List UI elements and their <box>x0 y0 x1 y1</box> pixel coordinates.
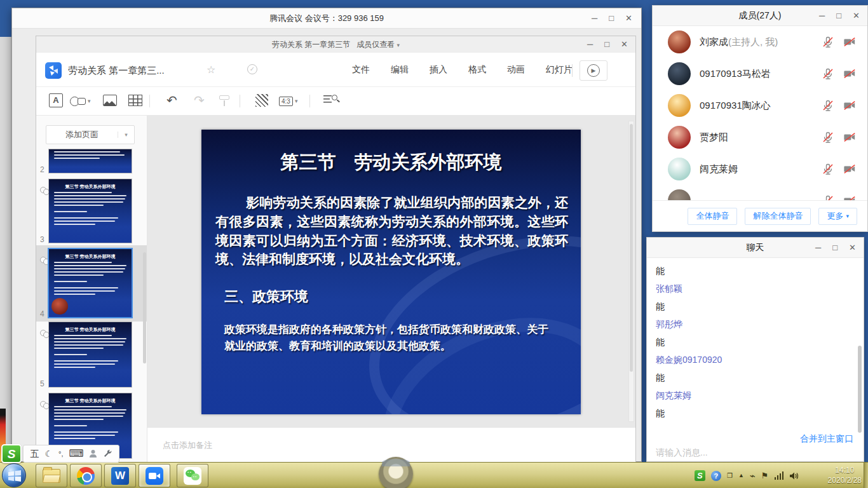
avatar <box>668 30 691 53</box>
insert-shape-button[interactable]: ▾ <box>70 93 91 109</box>
chat-input[interactable]: 请输入消息... <box>647 446 864 461</box>
camera-off-icon[interactable] <box>843 99 856 112</box>
slide-thumbnail[interactable] <box>49 149 132 173</box>
menu-item[interactable]: 动画 <box>507 64 525 76</box>
restore-window-tray-icon[interactable]: ❐ <box>727 473 733 479</box>
sogou-person-icon[interactable] <box>89 449 97 458</box>
chat-scrollbar[interactable] <box>858 346 862 433</box>
insert-table-button[interactable] <box>128 93 142 109</box>
taskbar-app-word[interactable]: W <box>104 464 136 487</box>
member-row[interactable]: 09170913马松岩 <box>653 58 867 90</box>
slide-thumbnail[interactable]: 第三节 劳动关系外部环境 <box>49 322 132 387</box>
member-panel-title: 成员(27人) <box>739 10 782 22</box>
close-icon[interactable]: ✕ <box>625 14 632 22</box>
mic-muted-icon[interactable] <box>822 67 834 80</box>
insert-image-button[interactable] <box>103 93 117 109</box>
menu-item[interactable]: 插入 <box>430 64 447 76</box>
menu-item[interactable]: 幻灯片 <box>546 64 573 76</box>
menu-item[interactable]: 格式 <box>468 64 486 76</box>
background-fill-button[interactable] <box>255 93 268 109</box>
slide-thumbnail[interactable]: 第三节 劳动关系外部环境 <box>49 249 132 317</box>
member-row[interactable]: 09170931陶冰心 <box>653 90 867 121</box>
undo-button[interactable]: ↶ <box>166 93 177 109</box>
member-row[interactable]: 贾梦阳 <box>653 121 867 153</box>
meeting-floating-ball[interactable] <box>379 457 413 488</box>
close-icon[interactable]: ✕ <box>849 243 856 252</box>
mic-muted-icon[interactable] <box>822 99 834 112</box>
sogou-halfshape-moon-icon[interactable]: ☾ <box>44 449 53 458</box>
star-favorite-icon[interactable]: ☆ <box>207 64 215 76</box>
camera-off-icon[interactable] <box>843 131 856 144</box>
mic-muted-icon[interactable] <box>822 36 834 48</box>
thumbnail-slide-title: 第三节 劳动关系外部环境 <box>49 327 132 333</box>
slide-thumbnail-panel: 添加页面 ▾ 2 第三节 劳动关系外部环境 3 第三节 劳动关系外部环境 4 <box>36 116 147 462</box>
slide-number: 2 <box>40 165 44 174</box>
member-row[interactable]: 刘家成(主持人, 我) <box>653 26 867 58</box>
menu-item[interactable]: 文件 <box>352 64 370 76</box>
merge-to-main-window-link[interactable]: 合并到主窗口 <box>800 433 853 445</box>
start-button[interactable] <box>2 463 26 487</box>
member-row[interactable]: 阔克莱姆 <box>653 153 867 185</box>
scrollbar-thumb[interactable] <box>630 124 633 372</box>
maximize-icon[interactable]: □ <box>609 14 614 22</box>
chrome-icon <box>77 467 95 485</box>
view-mode-dropdown[interactable]: 成员仅查看 ▾ <box>356 39 400 50</box>
camera-off-icon[interactable] <box>843 163 856 175</box>
slide-thumbnail[interactable]: 第三节 劳动关系外部环境 <box>49 179 132 243</box>
camera-off-icon[interactable] <box>843 67 856 80</box>
mute-all-button[interactable]: 全体静音 <box>688 208 737 225</box>
wps-minimize-icon[interactable]: ─ <box>587 40 593 48</box>
chat-message-text: 能 <box>656 373 851 383</box>
add-page-button[interactable]: 添加页面 ▾ <box>46 125 135 144</box>
unmute-all-button[interactable]: 解除全体静音 <box>745 208 811 225</box>
slide-number: 5 <box>40 379 44 388</box>
thumbnail-scrollbar[interactable] <box>143 252 146 363</box>
wps-close-icon[interactable]: ✕ <box>621 40 628 48</box>
minimize-icon[interactable]: ─ <box>819 11 825 20</box>
sogou-logo-icon[interactable]: S <box>1 444 22 463</box>
close-icon[interactable]: ✕ <box>853 11 860 20</box>
menu-item[interactable]: 编辑 <box>391 64 409 76</box>
sogou-punctuation-icon[interactable]: °, <box>58 451 63 458</box>
sogou-mode-indicator[interactable]: 五 <box>30 449 39 458</box>
sogou-tray-icon[interactable]: S <box>695 470 705 481</box>
chat-panel-titlebar[interactable]: 聊天 ─ □ ✕ <box>647 238 864 258</box>
meeting-titlebar[interactable]: 腾讯会议 会议号：329 936 159 ─ □ ✕ <box>12 8 641 29</box>
find-replace-button[interactable] <box>323 93 337 109</box>
power-plug-icon[interactable]: ⌁ <box>750 471 756 480</box>
taskbar-app-windows-explorer[interactable] <box>36 464 67 487</box>
taskbar-app-chrome[interactable] <box>70 464 102 487</box>
network-signal-icon[interactable] <box>775 471 784 480</box>
maximize-icon[interactable]: □ <box>832 243 837 252</box>
document-tab-title[interactable]: 劳动关系 第一章第三... <box>68 65 165 77</box>
mic-muted-icon[interactable] <box>822 131 834 144</box>
minimize-icon[interactable]: ─ <box>815 243 821 252</box>
member-panel-titlebar[interactable]: 成员(27人) ─ □ ✕ <box>653 6 867 26</box>
canvas-scrollbar[interactable] <box>628 121 634 422</box>
show-desktop-button[interactable] <box>864 463 868 488</box>
taskbar-clock[interactable]: 14:10 2020/2/28 <box>828 465 862 485</box>
wps-maximize-icon[interactable]: □ <box>604 40 609 48</box>
slideshow-play-button[interactable]: ▶ <box>580 60 607 81</box>
sogou-wrench-icon[interactable] <box>103 449 112 458</box>
aspect-ratio-button[interactable]: 4:3 ▾ <box>279 93 297 109</box>
maximize-icon[interactable]: □ <box>836 11 841 20</box>
more-button[interactable]: 更多▾ <box>818 208 857 225</box>
taskbar-app-tencent-meeting[interactable] <box>139 464 170 487</box>
avatar <box>668 126 691 149</box>
member-row-partial[interactable] <box>653 185 867 201</box>
volume-icon[interactable] <box>789 471 799 480</box>
wps-titlebar[interactable]: 劳动关系 第一章第三节 成员仅查看 ▾ ─ □ ✕ <box>36 36 635 53</box>
minimize-icon[interactable]: ─ <box>592 14 597 22</box>
taskbar-app-wechat[interactable] <box>177 464 208 487</box>
camera-off-icon[interactable] <box>843 36 856 48</box>
mic-muted-icon[interactable] <box>822 163 834 175</box>
action-center-flag-icon[interactable]: ⚑ <box>761 471 769 480</box>
help-tray-icon[interactable]: ? <box>711 471 721 481</box>
redo-button[interactable]: ↷ <box>194 93 205 109</box>
sogou-keyboard-icon[interactable]: ⌨ <box>69 449 83 459</box>
insert-textbox-button[interactable]: A <box>49 93 63 109</box>
hidden-icons-arrow[interactable]: ▲ <box>738 473 744 478</box>
current-slide[interactable]: 第三节 劳动关系外部环境 影响劳动关系的因素除了就业组织内部的因素之外，还有很多… <box>201 130 581 414</box>
format-painter-button[interactable] <box>219 93 229 109</box>
